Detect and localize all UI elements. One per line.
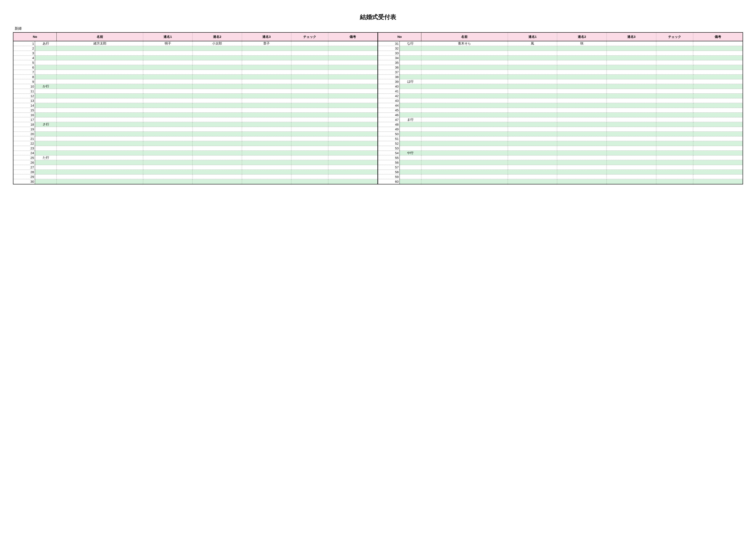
cell-rn1 <box>508 56 557 60</box>
row-group: や行 <box>399 151 421 155</box>
table-row: 59 <box>378 174 743 179</box>
cell-rn2 <box>557 113 607 117</box>
cell-check <box>291 165 328 170</box>
cell-rn2 <box>557 98 607 103</box>
table-row: 48 <box>378 122 743 127</box>
cell-rn2 <box>557 174 607 179</box>
row-group: は行 <box>399 79 421 84</box>
cell-rn1: 明子 <box>143 41 192 46</box>
cell-check <box>291 160 328 165</box>
row-number: 24 <box>14 151 35 155</box>
cell-rn3 <box>607 141 656 146</box>
cell-rn1 <box>143 132 192 137</box>
cell-name <box>57 160 143 165</box>
cell-rn3 <box>607 103 656 108</box>
col-header: 連名1 <box>143 33 192 41</box>
cell-rn2 <box>193 179 242 184</box>
cell-note <box>693 113 742 117</box>
table-row: 26 <box>14 160 378 165</box>
cell-rn3 <box>607 56 656 60</box>
cell-rn1 <box>143 94 192 98</box>
row-number: 18 <box>14 122 35 127</box>
cell-note <box>693 151 742 155</box>
cell-check <box>656 137 693 141</box>
cell-rn3 <box>607 155 656 160</box>
cell-name <box>57 94 143 98</box>
cell-name <box>421 160 508 165</box>
cell-rn2 <box>557 94 607 98</box>
row-group <box>399 179 421 184</box>
cell-rn1 <box>143 75 192 79</box>
col-header: チェック <box>291 33 328 41</box>
cell-rn1 <box>508 137 557 141</box>
row-number: 47 <box>378 117 400 122</box>
cell-rn3 <box>242 117 291 122</box>
cell-rn3 <box>242 160 291 165</box>
cell-name <box>421 51 508 56</box>
cell-rn1 <box>143 155 192 160</box>
cell-check <box>656 141 693 146</box>
col-header: 連名3 <box>607 33 656 41</box>
cell-name <box>421 84 508 89</box>
cell-rn3 <box>242 141 291 146</box>
cell-rn2 <box>193 122 242 127</box>
cell-rn3 <box>607 113 656 117</box>
cell-rn2 <box>193 94 242 98</box>
cell-rn3 <box>242 89 291 94</box>
cell-check <box>291 65 328 70</box>
cell-name <box>57 117 143 122</box>
cell-rn3 <box>242 179 291 184</box>
cell-note <box>328 65 378 70</box>
row-group <box>35 170 57 174</box>
cell-name <box>57 60 143 65</box>
cell-name <box>421 170 508 174</box>
cell-rn1 <box>508 113 557 117</box>
table-row: 60 <box>378 179 743 184</box>
cell-note <box>328 170 378 174</box>
cell-rn2 <box>193 79 242 84</box>
table-row: 57 <box>378 165 743 170</box>
cell-note <box>328 108 378 113</box>
cell-name <box>57 70 143 75</box>
cell-rn3 <box>607 41 656 46</box>
cell-rn3 <box>607 179 656 184</box>
cell-rn1 <box>508 165 557 170</box>
row-group: た行 <box>35 155 57 160</box>
cell-name <box>421 70 508 75</box>
cell-note <box>328 179 378 184</box>
cell-rn3 <box>242 137 291 141</box>
cell-rn1 <box>143 179 192 184</box>
cell-check <box>291 170 328 174</box>
row-number: 31 <box>378 41 400 46</box>
cell-rn1 <box>143 65 192 70</box>
row-number: 54 <box>378 151 400 155</box>
cell-note <box>693 170 742 174</box>
cell-rn1 <box>508 132 557 137</box>
row-number: 16 <box>14 113 35 117</box>
cell-name <box>57 146 143 151</box>
row-group <box>35 60 57 65</box>
cell-rn1 <box>508 89 557 94</box>
cell-note <box>693 146 742 151</box>
cell-rn2 <box>193 60 242 65</box>
cell-rn3 <box>242 70 291 75</box>
row-number: 30 <box>14 179 35 184</box>
row-number: 9 <box>14 79 35 84</box>
cell-rn1 <box>508 117 557 122</box>
row-group <box>399 113 421 117</box>
cell-rn2 <box>557 79 607 84</box>
row-number: 19 <box>14 127 35 132</box>
cell-note <box>328 94 378 98</box>
cell-rn1 <box>143 89 192 94</box>
cell-rn3 <box>607 117 656 122</box>
cell-rn3 <box>242 127 291 132</box>
cell-name <box>421 103 508 108</box>
cell-check <box>656 117 693 122</box>
cell-name <box>57 75 143 79</box>
cell-note <box>693 122 742 127</box>
cell-note <box>328 60 378 65</box>
row-number: 49 <box>378 127 400 132</box>
table-row: 16 <box>14 113 378 117</box>
table-row: 31な行青木そら風咲 <box>378 41 743 46</box>
row-group <box>399 155 421 160</box>
